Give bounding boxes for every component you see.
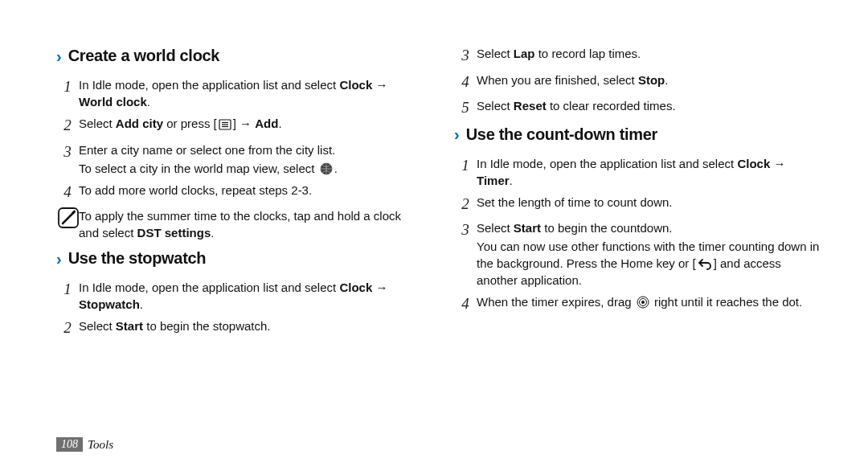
- globe-icon: [320, 162, 333, 175]
- step-text: Select Reset to clear recorded times.: [477, 97, 676, 119]
- section-header: ›Create a world clock: [56, 47, 422, 65]
- instruction-step: 4When the timer expires, drag right unti…: [454, 293, 820, 315]
- svg-line-6: [63, 212, 74, 223]
- step-text: To add more world clocks, repeat steps 2…: [79, 182, 312, 203]
- step-number: 2: [56, 317, 79, 339]
- step-text: Enter a city name or select one from the…: [79, 141, 338, 177]
- step-number: 2: [56, 115, 79, 137]
- two-column-layout: ›Create a world clock1In Idle mode, open…: [56, 40, 820, 344]
- note-box: To apply the summer time to the clocks, …: [56, 207, 422, 241]
- instruction-step: 1In Idle mode, open the application list…: [454, 155, 820, 189]
- section-title: Use the stopwatch: [68, 249, 207, 268]
- instruction-step: 4To add more world clocks, repeat steps …: [56, 182, 422, 203]
- instruction-step: 3Enter a city name or select one from th…: [56, 141, 422, 177]
- step-text: In Idle mode, open the application list …: [79, 279, 422, 313]
- step-number: 5: [454, 97, 477, 119]
- note-text: To apply the summer time to the clocks, …: [79, 207, 422, 241]
- step-text: Select Start to begin the countdown.You …: [477, 219, 820, 289]
- right-column: 3Select Lap to record lap times.4When yo…: [454, 40, 820, 344]
- step-number: 1: [454, 155, 477, 189]
- instruction-step: 1In Idle mode, open the application list…: [56, 76, 422, 110]
- step-number: 2: [454, 194, 477, 215]
- instruction-step: 3Select Lap to record lap times.: [454, 45, 820, 67]
- instruction-step: 2Select Start to begin the stopwatch.: [56, 317, 422, 339]
- step-number: 4: [56, 182, 79, 203]
- step-text: Select Start to begin the stopwatch.: [79, 317, 270, 339]
- chevron-right-icon: ›: [56, 48, 62, 64]
- step-text: Select Add city or press [] → Add.: [79, 115, 282, 137]
- step-number: 3: [454, 45, 477, 67]
- step-number: 3: [454, 219, 477, 289]
- instruction-step: 1In Idle mode, open the application list…: [56, 279, 422, 313]
- step-text: In Idle mode, open the application list …: [477, 155, 820, 189]
- step-number: 4: [454, 72, 477, 93]
- step-text: Set the length of time to count down.: [477, 194, 673, 215]
- step-number: 1: [56, 279, 79, 313]
- section-title: Create a world clock: [68, 47, 220, 65]
- chevron-right-icon: ›: [56, 251, 62, 267]
- chevron-right-icon: ›: [454, 126, 460, 142]
- drag-handle-icon: [637, 296, 649, 309]
- step-number: 1: [56, 76, 79, 110]
- svg-point-10: [641, 301, 645, 304]
- step-text: In Idle mode, open the application list …: [79, 76, 422, 110]
- section-header: ›Use the stopwatch: [56, 249, 422, 268]
- instruction-step: 2Select Add city or press [] → Add.: [56, 115, 422, 137]
- step-number: 4: [454, 293, 477, 315]
- instruction-step: 4When you are finished, select Stop.: [454, 72, 820, 93]
- step-number: 3: [56, 141, 79, 177]
- menu-icon: [219, 119, 231, 130]
- left-column: ›Create a world clock1In Idle mode, open…: [56, 40, 422, 344]
- instruction-step: 5Select Reset to clear recorded times.: [454, 97, 820, 119]
- page-number: 108: [56, 437, 83, 452]
- step-text: When you are finished, select Stop.: [477, 72, 668, 93]
- chapter-name: Tools: [88, 438, 113, 452]
- page-footer: 108 Tools: [56, 437, 113, 452]
- instruction-step: 2Set the length of time to count down.: [454, 194, 820, 215]
- instruction-step: 3Select Start to begin the countdown.You…: [454, 219, 820, 289]
- section-title: Use the count-down timer: [466, 125, 657, 144]
- step-text: Select Lap to record lap times.: [477, 45, 641, 67]
- section-header: ›Use the count-down timer: [454, 125, 820, 144]
- note-icon: [58, 207, 79, 228]
- back-icon: [698, 259, 712, 270]
- step-text: When the timer expires, drag right until…: [477, 293, 802, 315]
- manual-page: ›Create a world clock1In Idle mode, open…: [0, 0, 868, 471]
